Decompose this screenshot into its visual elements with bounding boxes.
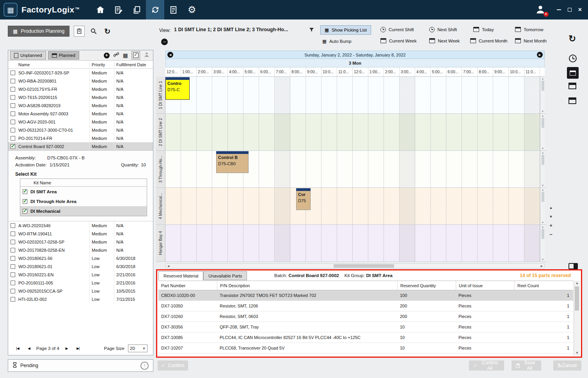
kit-checkbox[interactable]	[23, 189, 27, 194]
table-row[interactable]: HTI-02LID-002 Low 7/11/2015	[8, 295, 153, 303]
kit-checkbox[interactable]	[23, 199, 27, 204]
order-checkbox[interactable]	[11, 79, 15, 83]
month-view-icon[interactable]	[568, 97, 576, 104]
order-checkbox[interactable]	[11, 264, 15, 269]
order-checkbox[interactable]	[11, 111, 15, 116]
table-row[interactable]: WO-RBA-20200801 Medium N/A	[8, 77, 153, 85]
scrollbar-thumb[interactable]	[334, 264, 394, 268]
table-row[interactable]: PO-20170214-FR Medium N/A	[8, 134, 153, 142]
collapse-up-icon[interactable]: ↑	[140, 362, 149, 370]
home-icon[interactable]	[91, 0, 109, 19]
filter-funnel-icon[interactable]	[309, 27, 314, 34]
last-page-button[interactable]: ▶|	[74, 345, 82, 352]
order-checkbox[interactable]	[11, 272, 15, 277]
table-row[interactable]: SO-INF-02032017-929-SP Medium N/A	[8, 69, 153, 77]
page-size-select[interactable]: 20 ▼	[128, 344, 147, 352]
batch-clipboard-button[interactable]	[74, 26, 85, 37]
kit-grid-icon[interactable]: ▦	[123, 53, 128, 58]
gantt-block-through-hole[interactable]: Control BD75-CB0	[216, 151, 249, 173]
scroll-left-icon[interactable]: ◀	[166, 264, 171, 268]
order-checkbox[interactable]	[11, 120, 15, 124]
column-name[interactable]: Name	[8, 62, 89, 67]
table-row[interactable]: WO-09252015CCA-SP Low 10/5/2015	[8, 287, 153, 295]
kit-row[interactable]: DI SMT Area	[20, 187, 147, 196]
select-mode-icon[interactable]	[131, 51, 140, 60]
scroll-left-icon[interactable]: ◀	[167, 52, 173, 58]
row-scrollbar[interactable]: ▲▼	[540, 225, 545, 261]
table-row[interactable]: WO-20170828-0258-EN Medium N/A	[8, 246, 153, 254]
tomorrow-button[interactable]: Tomorrow	[515, 27, 543, 32]
table-row[interactable]: DX7-10260 Resistor, SMT, 0603 200 Pieces…	[158, 311, 573, 322]
row-scrollbar[interactable]: ▲▼	[540, 151, 545, 187]
today-button[interactable]: Today	[473, 27, 494, 32]
table-row[interactable]: Control Board 927-0002 Medium N/A	[8, 142, 153, 150]
confirm-all-button[interactable]: ✓ Confirm All	[469, 360, 504, 371]
scroll-right-icon[interactable]: ▶	[539, 264, 544, 268]
table-row[interactable]: WO-021017SYS-FR Medium N/A	[8, 85, 153, 93]
reports-icon[interactable]	[164, 0, 183, 19]
table-row[interactable]: WO-20180621-01 Low 6/30/2018	[8, 262, 153, 270]
maximize-button[interactable]	[568, 8, 572, 12]
order-checkbox[interactable]	[11, 231, 15, 236]
tab-planned[interactable]: Planned	[48, 51, 79, 60]
current-month-button[interactable]: Current Month	[470, 38, 508, 43]
row-scrollbar[interactable]: ▲▼	[540, 188, 545, 224]
order-checkbox[interactable]	[11, 95, 15, 100]
search-icon[interactable]	[89, 28, 98, 35]
table-row[interactable]: DX7-10207 PLCC68, Transceiver 20 Quad 5V…	[158, 343, 573, 353]
week-view-icon[interactable]	[568, 83, 576, 89]
current-shift-button[interactable]: Current Shift	[380, 27, 414, 32]
gantt-block-selected[interactable]: ControD75-C	[165, 77, 190, 100]
column-part-number[interactable]: Part Number	[158, 283, 217, 288]
order-checkbox[interactable]	[11, 281, 15, 285]
order-checkbox[interactable]	[11, 128, 15, 132]
view-value[interactable]: 1 DI SMT Line 1; 2 DI SMT LIne 2; 3 Thro…	[174, 27, 306, 32]
table-row[interactable]: DX7-30356 QFP-208, SMT, Tray 10 Pieces 1	[158, 322, 573, 332]
tab-reserved-material[interactable]: Reserved Material	[158, 271, 203, 280]
column-priority[interactable]: Priority	[89, 62, 114, 67]
prev-page-button[interactable]: ◀	[25, 345, 33, 352]
data-entry-icon[interactable]	[109, 0, 128, 19]
gantt-row-mechanical[interactable]: 4 Mechanical... ▲▼	[156, 188, 546, 225]
table-row[interactable]: WO-RTM-190411 Medium N/A	[8, 230, 153, 238]
order-checkbox[interactable]	[11, 103, 15, 108]
sync-icon[interactable]: ↻	[568, 34, 576, 43]
next-page-button[interactable]: ▶	[63, 345, 71, 352]
link-icon[interactable]	[113, 51, 119, 59]
table-row[interactable]: WO-05312017-3000-CT0-01 Medium N/A	[8, 126, 153, 134]
current-week-button[interactable]: Current Week	[380, 38, 417, 43]
table-row[interactable]: CBDX0-10320-00 Transistor 2N7002 TMOS FE…	[158, 290, 573, 301]
gantt-horizontal-scrollbar[interactable]: ◀ ▶	[165, 263, 545, 268]
gantt-row-smt-line-2[interactable]: 2 DI SMT Line 2 ▲▼	[156, 114, 546, 151]
gantt-zoom-controls[interactable]: ▲ ▼ + −	[548, 206, 554, 237]
gantt-block-mechanical[interactable]: CorD75	[296, 188, 311, 210]
close-button[interactable]: ×	[578, 7, 582, 13]
add-order-icon[interactable]: +	[104, 53, 110, 58]
next-shift-button[interactable]: Next Shift	[429, 27, 457, 32]
panel-toggle-icon[interactable]	[568, 263, 578, 269]
kit-row[interactable]: DI Through Hole Area	[20, 196, 147, 206]
user-profile-icon[interactable]: ×	[535, 4, 547, 16]
table-row[interactable]: WO-20180621-56 Low 6/30/2018	[8, 254, 153, 262]
gantt-row-hangar-bay-4[interactable]: Hangar Bay 4 ▲▼	[156, 225, 546, 262]
day-view-icon[interactable]	[567, 67, 579, 79]
refresh-icon[interactable]: ↻	[103, 27, 112, 36]
documents-icon[interactable]	[128, 0, 146, 19]
production-planning-button[interactable]: ▦ Production Planning	[8, 26, 69, 37]
collapse-minus-icon[interactable]: −	[161, 39, 168, 45]
table-row[interactable]: Motor Assembly 927-0003 Medium N/A	[8, 110, 153, 118]
row-scrollbar[interactable]: ▲▼	[540, 114, 545, 150]
next-week-button[interactable]: Next Week	[429, 38, 460, 43]
order-checkbox[interactable]	[11, 248, 15, 253]
table-row[interactable]: A-WO-20201546 Medium N/A	[8, 221, 153, 230]
minimize-button[interactable]	[557, 9, 561, 10]
order-checkbox[interactable]	[11, 240, 15, 244]
kit-checkbox[interactable]	[23, 209, 27, 214]
column-description[interactable]: P/N Description	[217, 281, 397, 290]
gantt-row-smt-line-1[interactable]: 1 DI SMT Line 1 ▲▼	[156, 77, 546, 114]
shift-view-clock-icon[interactable]	[569, 55, 577, 62]
first-page-button[interactable]: |◀	[14, 345, 21, 352]
scroll-right-icon[interactable]: ▶	[537, 52, 543, 58]
next-month-button[interactable]: Next Month	[515, 38, 547, 43]
tab-unplanned[interactable]: Unplanned	[10, 51, 46, 60]
